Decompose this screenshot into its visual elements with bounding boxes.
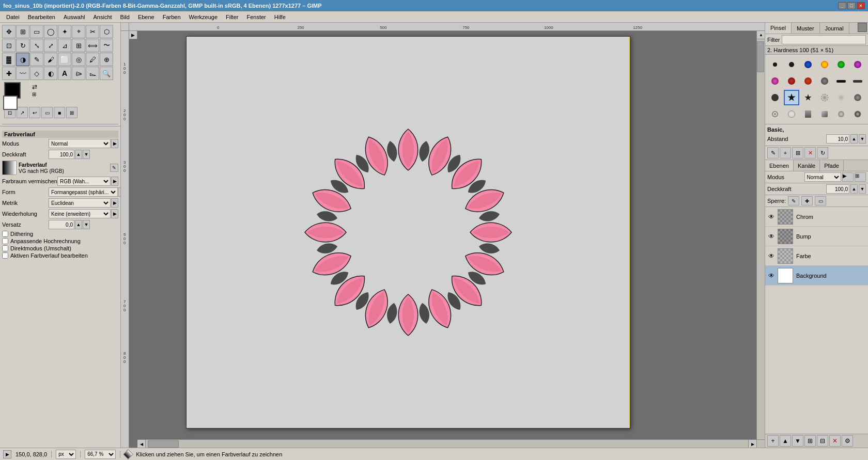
text-tool[interactable]: A: [58, 67, 71, 80]
layer-bump[interactable]: 👁 Bump: [765, 227, 868, 246]
menu-farben[interactable]: Farben: [159, 13, 185, 21]
move-tool[interactable]: ✥: [2, 25, 16, 38]
menu-datei[interactable]: Datei: [2, 13, 24, 21]
layer-farbe[interactable]: 👁 Farbe: [765, 246, 868, 266]
perspective-tool[interactable]: ⊿: [58, 39, 71, 52]
brush-cell-3[interactable]: [800, 57, 816, 72]
zoom-select[interactable]: 66,7 % 50 % 100 %: [85, 450, 116, 459]
panel-icon[interactable]: [858, 23, 867, 32]
brush-cell-24[interactable]: [850, 106, 865, 122]
minimize-button[interactable]: _: [838, 2, 846, 9]
free-select[interactable]: ✦: [58, 25, 71, 38]
rotate-tool[interactable]: ↻: [16, 39, 29, 52]
clone-tool[interactable]: ⊕: [100, 53, 113, 66]
menu-werkzeuge[interactable]: Werkzeuge: [185, 13, 222, 21]
fuzzy-select[interactable]: ⌖: [72, 25, 85, 38]
sharpen-tool[interactable]: ◇: [30, 67, 43, 80]
brush-cell-5[interactable]: [833, 57, 849, 72]
brush-cell-10[interactable]: [817, 73, 832, 89]
crop-tool[interactable]: ⊡: [2, 39, 16, 52]
canvas-content[interactable]: ▲ ▼ ◀ ▶ ▶: [129, 31, 765, 448]
gradient-swatch[interactable]: [2, 161, 17, 175]
brush-refresh-btn[interactable]: ↻: [817, 147, 828, 158]
tab-pfade[interactable]: Pfade: [820, 160, 844, 171]
layer-eye-chrom[interactable]: 👁: [767, 213, 776, 221]
airbrush[interactable]: ◎: [72, 53, 85, 66]
lock-move-btn[interactable]: ✚: [801, 196, 813, 205]
blend-tool[interactable]: ◑: [16, 53, 29, 66]
unit-select[interactable]: px mm in: [56, 450, 76, 459]
menu-fenster[interactable]: Fenster: [242, 13, 270, 21]
brush-cell-2[interactable]: [784, 57, 799, 72]
path-tool[interactable]: ⌲: [72, 67, 85, 80]
scrollbar-h[interactable]: ◀ ▶: [137, 439, 756, 448]
lock-alpha-btn[interactable]: ▭: [815, 196, 826, 205]
fuzzy-path[interactable]: ⌳: [86, 67, 99, 80]
open-icon[interactable]: ↗: [17, 107, 28, 118]
background-color[interactable]: [3, 96, 18, 110]
warp-tool[interactable]: 〜: [100, 39, 113, 52]
layer-merge-btn[interactable]: ⊟: [817, 435, 828, 447]
menu-bearbeiten[interactable]: Bearbeiten: [24, 13, 59, 21]
brush-cell-selected[interactable]: [784, 90, 799, 105]
spacing-down[interactable]: ▼: [859, 134, 866, 144]
brush-cell-8[interactable]: [784, 73, 799, 89]
layer-eye-bump[interactable]: 👁: [767, 232, 776, 241]
layer-background[interactable]: 👁 Background: [765, 266, 868, 285]
canvas-nav-arrow[interactable]: ▶: [129, 31, 137, 39]
scroll-right-btn[interactable]: ▶: [748, 440, 756, 448]
bucket-fill[interactable]: ▓: [2, 53, 16, 66]
layers-mode-more[interactable]: ▶: [842, 172, 854, 182]
swap-colors[interactable]: ⇄: [32, 83, 37, 90]
ink-tool[interactable]: 🖊: [86, 53, 99, 66]
scale-tool[interactable]: ⤡: [30, 39, 43, 52]
menu-filter[interactable]: Filter: [222, 13, 242, 21]
layer-down-btn[interactable]: ▼: [792, 435, 803, 447]
tab-ebenen[interactable]: Ebenen: [765, 160, 794, 171]
brush-cell-9[interactable]: [800, 73, 816, 89]
reset-colors[interactable]: ⊞: [32, 91, 37, 97]
anpassende-checkbox[interactable]: [2, 238, 8, 244]
spacing-up[interactable]: ▲: [850, 134, 858, 144]
offset-input[interactable]: [49, 220, 74, 229]
brush-cell-17[interactable]: [833, 90, 849, 105]
aktiven-checkbox[interactable]: [2, 252, 8, 259]
eraser[interactable]: ⬜: [58, 53, 71, 66]
layer-up-btn[interactable]: ▲: [780, 435, 791, 447]
transform-tool[interactable]: ⊞: [72, 39, 85, 52]
brush-cell-4[interactable]: [817, 57, 832, 72]
layers-opacity-down[interactable]: ▼: [859, 184, 866, 194]
filter-input[interactable]: [782, 35, 866, 44]
gradient-edit-btn[interactable]: ✎: [110, 164, 118, 172]
titlebar-controls[interactable]: _ □ ×: [838, 2, 865, 9]
direktmodus-checkbox[interactable]: [2, 245, 8, 251]
menu-hilfe[interactable]: Hilfe: [270, 13, 290, 21]
by-color[interactable]: ⬡: [100, 25, 113, 38]
brush-delete-btn[interactable]: ✕: [804, 147, 816, 158]
brush-cell-21[interactable]: [800, 106, 816, 122]
form-icon-btn[interactable]: ⊞: [118, 187, 120, 197]
brush-cell-13[interactable]: [767, 90, 783, 105]
colorspace-select[interactable]: RGB (Wah...: [57, 177, 111, 186]
layer-eye-farbe[interactable]: 👁: [767, 252, 776, 260]
opacity-down[interactable]: ▼: [83, 150, 90, 159]
tab-journal[interactable]: Journal: [820, 23, 849, 34]
brush-cell-19[interactable]: [767, 106, 783, 122]
canvas-scroll[interactable]: 1 0 0 2 0 0 3 0 0 5 0 0 7 0 0 8 0: [121, 31, 765, 448]
align-tool[interactable]: ⊞: [16, 25, 29, 38]
dodge-burn[interactable]: ◐: [44, 67, 57, 80]
metric-select[interactable]: Euclidean: [49, 198, 111, 208]
pencil-tool[interactable]: ✎: [30, 53, 43, 66]
brush-cell-16[interactable]: [817, 90, 832, 105]
menu-ebene[interactable]: Ebene: [134, 13, 159, 21]
brush-cell-7[interactable]: [767, 73, 783, 89]
offset-down[interactable]: ▼: [83, 220, 90, 229]
layer-add-btn[interactable]: +: [767, 435, 779, 447]
brush-cell-18[interactable]: [850, 90, 865, 105]
close-button[interactable]: ×: [857, 2, 865, 9]
lock-pixels-btn[interactable]: ✎: [788, 196, 799, 205]
brush-add-btn[interactable]: +: [780, 147, 791, 158]
repeat-select[interactable]: Keine (erweitern): [49, 209, 111, 218]
layer-settings-btn[interactable]: ⚙: [842, 435, 853, 447]
layers-mode-btn2[interactable]: ⊞: [855, 172, 866, 182]
